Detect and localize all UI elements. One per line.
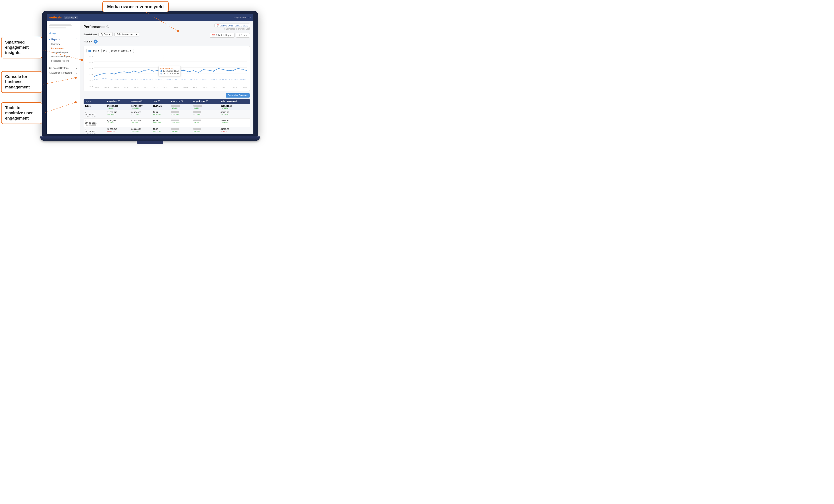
row2-pageviews: 9,251,946+4.63%↑ (106, 119, 130, 127)
chevron-icon2: ⌄ (76, 71, 78, 74)
by-day-select[interactable]: By Day ▼ (98, 32, 113, 37)
table-row: 3 Jan 29, 2021↑ Jan 29, 2020 10,637,949-… (84, 127, 250, 134)
reports-label: Reports (51, 38, 60, 41)
row2-paid-ctr: +119.35%↑ (170, 119, 192, 127)
app-header: outbrain ENGAGE ▾ user@example.com (47, 14, 254, 21)
performance-header: Performance ⓘ 📅 Jan 01, 2021 - Jan 31, 2… (84, 24, 250, 30)
th-paid-ctr[interactable]: Paid CTR ⓘ (170, 99, 192, 104)
y-label-1: $1.75 (86, 56, 93, 58)
chart-container: RPM ▼ vs. Select an option... ▼ $1. (84, 46, 250, 91)
export-label: Export (241, 34, 247, 37)
laptop-base (40, 136, 260, 141)
row3-paid-red (171, 128, 179, 130)
y-label-3: $1.25 (86, 68, 93, 69)
filter-label: Filter By: (84, 40, 92, 43)
app-logo: outbrain (49, 16, 62, 19)
tooltip-row1: Jan 15, 2021 $1.10 (160, 70, 179, 72)
row3-org-pct: +20.59%↑ (193, 130, 218, 132)
th-day[interactable]: Day ▼ (84, 99, 106, 104)
row1-org-red (193, 111, 201, 113)
row2-rpm-pct: +44.34%↑ (153, 122, 169, 124)
sidebar-reports-header[interactable]: ■ Reports ⌃ (47, 37, 80, 42)
sidebar-audience-header[interactable]: ◮ Audience Campaigns ⌄ (47, 70, 80, 75)
th-rpm[interactable]: RPM ⓘ (152, 99, 170, 104)
tooltip-row1-value: $1.10 (174, 70, 179, 72)
schedule-report-button[interactable]: 📅 Schedule Report (210, 33, 235, 38)
laptop-screen: outbrain ENGAGE ▾ user@example.com chang… (47, 14, 254, 134)
rpm-text: RPM (92, 49, 96, 52)
row1-rpm: $1.34+45.65%↑ (152, 110, 170, 119)
totals-revenue-pct: +105.92%↑ (131, 107, 150, 109)
th-video-revenue[interactable]: Video Revenue ⓘ (219, 99, 250, 104)
row3-rpm: $1.32+25.71%↑ (152, 127, 170, 134)
totals-rpm: $1.27 avg (152, 104, 170, 110)
x-label: Jan 05 (114, 87, 119, 88)
th-revenue[interactable]: Revenue ⓘ (130, 99, 152, 104)
select-option-box[interactable]: Select an option... ▼ (114, 32, 139, 37)
data-table: Day ▼ Pageviews ⓘ Revenue ⓘ RPM ⓘ Paid C… (84, 99, 250, 134)
x-label: Jan 21 (193, 87, 198, 88)
totals-organic-ctr-redacted (193, 105, 202, 107)
y-label-4: $1.00 (86, 74, 93, 75)
row2-day: 2 Jan 30, 2021↑ Jan 30, 2020 (84, 119, 106, 127)
row1-rev-pct: +77.66%↑ (131, 113, 150, 115)
sidebar-item-performance[interactable]: Performance (47, 46, 80, 50)
row2-org-pct: +29.93%↑ (193, 122, 218, 124)
row3-org-red (193, 128, 201, 130)
sidebar-item-smartfeed[interactable]: Smartfeed Report (47, 50, 80, 54)
x-label: Jan 15 (163, 87, 168, 88)
engage-nav-button[interactable]: ENGAGE ▾ (64, 16, 78, 19)
row1-compare: ↑ Jan 31, 2020 (85, 115, 105, 117)
svg-point-12 (133, 70, 134, 72)
sidebar-item-overview[interactable]: Overview (47, 42, 80, 46)
vs-select[interactable]: Select an option... ▼ (109, 49, 134, 53)
sidebar-section2: ⚙ Editorial Controls ⌄ ◮ Audience Campai… (47, 65, 80, 76)
row1-num: 1 (85, 111, 86, 113)
dropdown-arrow: ▼ (109, 33, 111, 36)
y-label-2: $1.50 (86, 62, 93, 64)
row1-paid-pct: +137.04%↑ (171, 113, 191, 115)
row2-revenue: $14,122.08+50.83%↑ (130, 119, 152, 127)
row1-paid-ctr-red (171, 111, 179, 113)
customize-columns-button[interactable]: Customize Columns (226, 93, 250, 97)
row2-video-rev: $6566.30+99.51%↑ (219, 119, 250, 127)
date-picker[interactable]: 📅 Jan 01, 2021 - Jan 31, 2021 (215, 24, 250, 28)
callout-console: Console for business management (1, 71, 42, 93)
row2-vid-pct: +99.51%↑ (220, 122, 248, 124)
row1-org-pct: +31.34%↑ (193, 113, 218, 115)
svg-point-11 (123, 71, 125, 72)
sidebar-editorial-header[interactable]: ⚙ Editorial Controls ⌄ (47, 66, 80, 70)
date-range-text: Jan 01, 2021 - Jan 31, 2021 (220, 24, 248, 27)
date-area: 📅 Jan 01, 2021 - Jan 31, 2021 ↑ Compared… (215, 24, 250, 30)
callout-media-owner: Media owner revenue yield (102, 1, 169, 12)
export-button[interactable]: ⇧ Export (236, 33, 250, 38)
rpm-dropdown: ▼ (97, 49, 100, 52)
breakdown-row: Breakdown By Day ▼ Select an option... ▼ (84, 32, 139, 37)
svg-point-20 (223, 69, 224, 70)
totals-row: Totals 373,405,568 +46.05%↑ $475,595.57 … (84, 104, 250, 110)
change-link[interactable]: change (47, 32, 80, 36)
sidebar-item-optimization[interactable]: Optimization Report (47, 54, 80, 59)
totals-organic-ctr-pct: +6.32%↑ (193, 107, 218, 109)
filter-add-button[interactable]: + (93, 40, 97, 44)
laptop-screen-bezel: outbrain ENGAGE ▾ user@example.com chang… (42, 11, 258, 136)
tooltip-row2-label: Jan 15, 2020 (163, 72, 173, 74)
row3-organic-ctr: +20.59%↑ (192, 127, 219, 134)
svg-point-18 (203, 69, 204, 70)
user-email: user@example.com (233, 17, 251, 19)
y-axis: $1.75 $1.50 $1.25 $1.00 $0.75 $0.50 (86, 55, 94, 88)
performance-info-icon: ⓘ (107, 25, 109, 28)
th-organic-ctr[interactable]: Organic CTR ⓘ (192, 99, 219, 104)
y-label-6: $0.50 (86, 86, 93, 87)
row3-pv-pct: -35.23%↓ (107, 130, 129, 132)
row3-video-rev: $4071.20-9.39%↓ (219, 127, 250, 134)
totals-pageviews: 373,405,568 +46.05%↑ (106, 104, 130, 110)
row1-rpm-pct: +45.65%↑ (153, 113, 169, 115)
row1-video-rev: $7110.00+52.32%↑ (219, 110, 250, 119)
totals-paid-ctr-redacted (171, 105, 180, 107)
th-pageviews[interactable]: Pageviews ⓘ (106, 99, 130, 104)
rpm-select[interactable]: RPM ▼ (86, 49, 102, 53)
audience-icon: ◮ (49, 71, 51, 74)
sidebar-item-scheduled[interactable]: Scheduled Reports (47, 59, 80, 63)
callout-tools: Tools to maximize user engagement (1, 102, 42, 124)
